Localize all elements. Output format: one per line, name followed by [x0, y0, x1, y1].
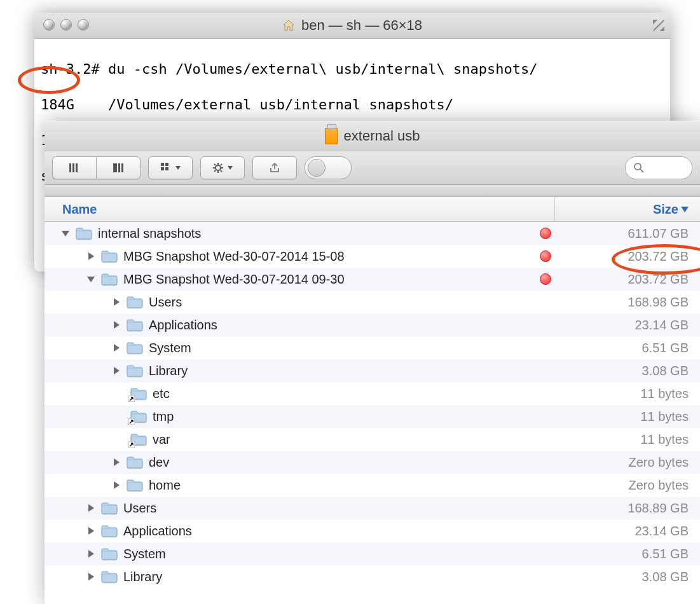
column-size-header[interactable]: Size: [555, 197, 700, 221]
file-name: home: [149, 478, 541, 493]
svg-rect-9: [165, 167, 168, 170]
disclosure-triangle[interactable]: [111, 342, 122, 353]
svg-rect-6: [161, 163, 164, 166]
chevron-right-icon: [114, 344, 120, 352]
terminal-titlebar[interactable]: ben — sh — 66×18: [34, 13, 670, 39]
chevron-right-icon: [114, 481, 120, 489]
file-name: dev: [149, 455, 541, 470]
chevron-down-icon: [87, 277, 95, 282]
folder-icon: [100, 570, 118, 584]
disclosure-triangle[interactable]: [85, 548, 97, 559]
disclosure-triangle[interactable]: [111, 319, 122, 331]
action-button[interactable]: [200, 156, 245, 179]
file-size: 168.89 GB: [564, 501, 700, 516]
file-size: 23.14 GB: [564, 318, 700, 333]
table-row[interactable]: MBG Snapshot Wed-30-07-2014 09-30203.72 …: [45, 268, 700, 291]
table-row[interactable]: tmp11 bytes: [45, 405, 700, 428]
table-row[interactable]: MBG Snapshot Wed-30-07-2014 15-08203.72 …: [45, 245, 700, 268]
close-button[interactable]: [43, 19, 55, 31]
table-row[interactable]: Applications23.14 GB: [45, 519, 700, 542]
disclosure-triangle[interactable]: [85, 273, 97, 285]
arrange-button[interactable]: [148, 156, 193, 179]
svg-point-10: [216, 165, 221, 170]
file-size: 3.08 GB: [564, 570, 700, 584]
chevron-right-icon: [114, 298, 120, 306]
tag-dot: [540, 228, 551, 239]
chevron-right-icon: [88, 504, 94, 512]
table-row[interactable]: System6.51 GB: [45, 542, 700, 565]
toggle-switch[interactable]: [305, 156, 352, 179]
finder-window[interactable]: external usb: [45, 121, 700, 604]
folder-icon: [126, 318, 144, 332]
file-size: Zero bytes: [564, 478, 700, 493]
table-row[interactable]: System6.51 GB: [45, 336, 700, 359]
folder-icon: [126, 364, 144, 378]
file-size: Zero bytes: [564, 455, 700, 470]
file-name: Library: [149, 364, 541, 378]
table-row[interactable]: internal snapshots611.07 GB: [45, 222, 700, 245]
column-header: Name Size: [45, 197, 700, 222]
window-controls: [43, 19, 89, 31]
zoom-button[interactable]: [78, 19, 89, 31]
file-name: internal snapshots: [98, 226, 540, 241]
table-row[interactable]: Users168.98 GB: [45, 291, 700, 313]
disclosure-triangle[interactable]: [85, 502, 97, 514]
file-size: 203.72 GB: [564, 249, 700, 264]
finder-title: external usb: [325, 128, 420, 144]
svg-line-15: [214, 164, 216, 165]
resize-icon[interactable]: [651, 18, 666, 33]
usb-drive-icon: [325, 128, 338, 144]
view-list-mode-button[interactable]: [96, 156, 141, 179]
finder-titlebar[interactable]: external usb: [45, 121, 700, 151]
table-row[interactable]: devZero bytes: [45, 451, 700, 474]
table-row[interactable]: Applications23.14 GB: [45, 313, 700, 336]
column-name-header[interactable]: Name: [45, 197, 555, 221]
file-list[interactable]: internal snapshots611.07 GBMBG Snapshot …: [45, 222, 700, 604]
minimize-button[interactable]: [60, 19, 72, 31]
terminal-title-text: ben — sh — 66×18: [301, 17, 422, 34]
disclosure-triangle[interactable]: [111, 456, 122, 468]
disclosure-triangle[interactable]: [111, 479, 122, 491]
folder-icon: [100, 547, 118, 561]
terminal-title: ben — sh — 66×18: [282, 17, 422, 34]
chevron-right-icon: [88, 527, 94, 535]
chevron-down-icon: [175, 166, 181, 170]
table-row[interactable]: var11 bytes: [45, 428, 700, 451]
file-name: System: [149, 341, 541, 355]
disclosure-triangle[interactable]: [111, 365, 122, 376]
folder-icon: [100, 501, 118, 515]
table-row[interactable]: Users168.89 GB: [45, 497, 700, 519]
file-size: 11 bytes: [564, 432, 700, 447]
file-size: 168.98 GB: [564, 295, 700, 310]
disclosure-triangle[interactable]: [111, 296, 122, 308]
disclosure-triangle[interactable]: [85, 251, 97, 262]
folder-icon: [130, 409, 148, 423]
svg-rect-1: [72, 163, 74, 172]
disclosure-triangle[interactable]: [85, 525, 97, 537]
disclosure-spacer: [111, 411, 126, 422]
file-name: System: [123, 547, 541, 561]
disclosure-triangle[interactable]: [85, 571, 97, 582]
file-name: Users: [123, 501, 541, 516]
table-row[interactable]: homeZero bytes: [45, 474, 700, 497]
file-name: Applications: [123, 524, 541, 539]
folder-icon: [126, 295, 144, 309]
table-row[interactable]: Library3.08 GB: [45, 565, 700, 588]
file-name: MBG Snapshot Wed-30-07-2014 09-30: [123, 272, 540, 287]
file-size: 11 bytes: [564, 387, 700, 401]
chevron-right-icon: [114, 321, 120, 329]
view-icon-mode-button[interactable]: [52, 156, 96, 179]
chevron-down-icon: [62, 231, 69, 237]
folder-icon: [130, 387, 148, 401]
chevron-right-icon: [88, 573, 94, 580]
file-size: 611.07 GB: [564, 226, 700, 241]
table-row[interactable]: etc11 bytes: [45, 382, 700, 405]
table-row[interactable]: Library3.08 GB: [45, 359, 700, 382]
disclosure-triangle[interactable]: [60, 228, 71, 239]
stage: { "terminal": { "title": "ben — sh — 66×…: [0, 0, 700, 604]
search-input[interactable]: [625, 156, 692, 179]
svg-rect-3: [113, 163, 117, 172]
share-button[interactable]: [252, 156, 297, 179]
view-mode-group: [52, 156, 141, 179]
file-size: 203.72 GB: [564, 272, 700, 287]
